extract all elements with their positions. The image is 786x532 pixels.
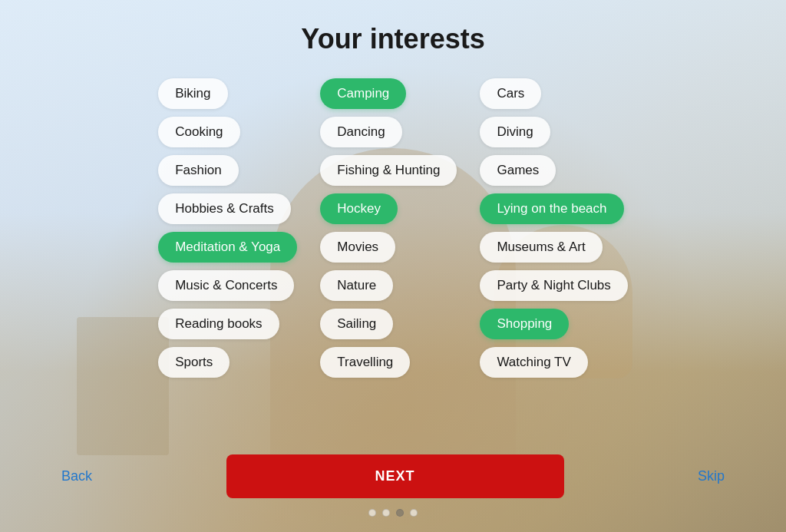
interests-grid: BikingCookingFashionHobbies & CraftsMedi… xyxy=(46,78,740,439)
interest-tag-shopping[interactable]: Shopping xyxy=(480,309,569,339)
interest-tag-games[interactable]: Games xyxy=(480,155,556,186)
progress-dot-3 xyxy=(410,509,418,517)
interest-tag-biking[interactable]: Biking xyxy=(158,78,227,109)
progress-dots xyxy=(368,509,418,517)
interest-column-col1: BikingCookingFashionHobbies & CraftsMedi… xyxy=(158,78,297,439)
interest-tag-dancing[interactable]: Dancing xyxy=(320,117,401,147)
interest-tag-museums-art[interactable]: Museums & Art xyxy=(480,232,602,263)
interest-tag-diving[interactable]: Diving xyxy=(480,117,550,147)
back-button[interactable]: Back xyxy=(61,468,92,484)
main-container: Your interests BikingCookingFashionHobbi… xyxy=(0,0,786,532)
interest-tag-meditation-yoga[interactable]: Meditation & Yoga xyxy=(158,232,297,263)
bottom-area: Back NEXT Skip xyxy=(46,454,740,517)
page-title: Your interests xyxy=(301,23,484,55)
interest-tag-cooking[interactable]: Cooking xyxy=(158,117,239,147)
progress-dot-2 xyxy=(396,509,404,517)
interest-tag-lying-beach[interactable]: Lying on the beach xyxy=(480,193,623,224)
next-button[interactable]: NEXT xyxy=(226,454,564,498)
interest-tag-fashion[interactable]: Fashion xyxy=(158,155,238,186)
interest-tag-fishing-hunting[interactable]: Fishing & Hunting xyxy=(320,155,457,186)
interest-tag-hockey[interactable]: Hockey xyxy=(320,193,398,224)
interest-tag-reading-books[interactable]: Reading books xyxy=(158,309,279,339)
interest-tag-party-clubs[interactable]: Party & Night Clubs xyxy=(480,270,627,301)
interest-tag-cars[interactable]: Cars xyxy=(480,78,541,109)
progress-dot-0 xyxy=(368,509,376,517)
interest-tag-sailing[interactable]: Sailing xyxy=(320,309,393,339)
interest-tag-nature[interactable]: Nature xyxy=(320,270,393,301)
interest-tag-camping[interactable]: Camping xyxy=(320,78,406,109)
interest-tag-watching-tv[interactable]: Watching TV xyxy=(480,347,587,378)
interest-column-col3: CarsDivingGamesLying on the beachMuseums… xyxy=(480,78,627,439)
interest-tag-movies[interactable]: Movies xyxy=(320,232,395,263)
interest-tag-travelling[interactable]: Travelling xyxy=(320,347,410,378)
interest-tag-sports[interactable]: Sports xyxy=(158,347,230,378)
interest-column-col2: CampingDancingFishing & HuntingHockeyMov… xyxy=(320,78,457,439)
nav-row: Back NEXT Skip xyxy=(46,454,740,498)
skip-button[interactable]: Skip xyxy=(698,468,725,484)
progress-dot-1 xyxy=(382,509,390,517)
interest-tag-music-concerts[interactable]: Music & Concerts xyxy=(158,270,294,301)
interest-tag-hobbies-crafts[interactable]: Hobbies & Crafts xyxy=(158,193,291,224)
